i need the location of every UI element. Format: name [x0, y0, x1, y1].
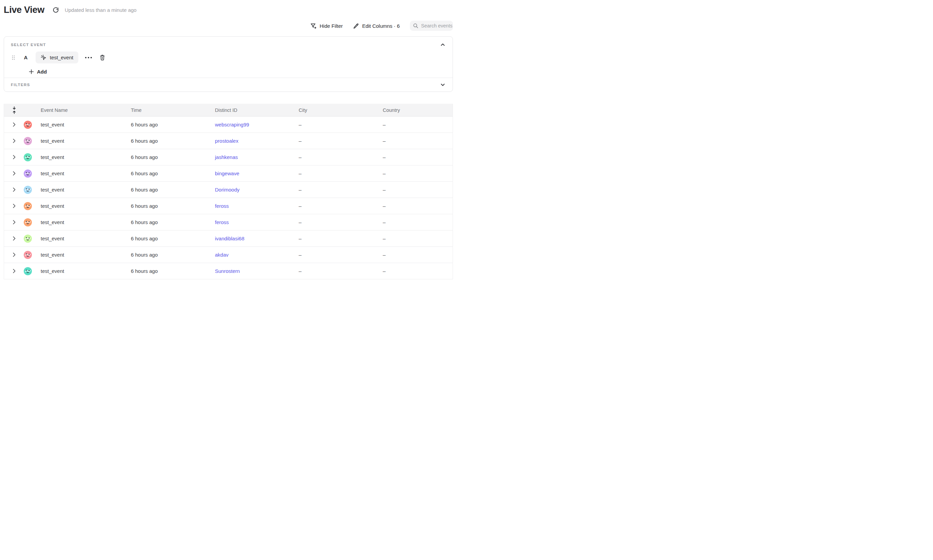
search-icon: [413, 23, 418, 28]
avatar: [20, 267, 35, 275]
expand-row-button[interactable]: [4, 188, 20, 192]
delete-event-button[interactable]: [99, 54, 105, 61]
column-header: Country: [377, 108, 453, 113]
city-cell: –: [293, 171, 377, 176]
table-row[interactable]: test_event 6 hours ago akdav – –: [4, 247, 453, 263]
collapse-all-button[interactable]: [4, 106, 20, 114]
distinct-id-link[interactable]: akdav: [215, 252, 228, 258]
expand-row-button[interactable]: [4, 171, 20, 175]
city-cell: –: [293, 138, 377, 144]
pencil-icon: [353, 23, 359, 29]
refresh-button[interactable]: [52, 6, 60, 14]
table-row[interactable]: test_event 6 hours ago jashkenas – –: [4, 149, 453, 165]
country-cell: –: [377, 138, 453, 144]
filters-section: FILTERS: [4, 78, 453, 92]
event-name-cell: test_event: [35, 252, 125, 258]
add-label: Add: [37, 69, 47, 75]
page-title: Live View: [4, 5, 45, 15]
country-cell: –: [377, 203, 453, 209]
event-name-cell: test_event: [35, 187, 125, 192]
avatar: [20, 137, 35, 145]
distinct-id-link[interactable]: jashkenas: [215, 154, 238, 160]
search-events-input[interactable]: [421, 23, 452, 28]
city-cell: –: [293, 122, 377, 128]
time-cell: 6 hours ago: [125, 252, 209, 258]
distinct-id-link[interactable]: ivandiblasi68: [215, 235, 245, 242]
country-cell: –: [377, 219, 453, 225]
distinct-id-link[interactable]: webscraping99: [215, 122, 249, 128]
avatar: [20, 235, 35, 243]
distinct-id-link[interactable]: Dorimoody: [215, 187, 240, 192]
event-row-A: A test_event: [11, 52, 446, 63]
distinct-id-cell: Dorimoody: [209, 187, 293, 192]
time-cell: 6 hours ago: [125, 154, 209, 160]
distinct-id-link[interactable]: prostoalex: [215, 138, 238, 144]
toolbar: Hide Filter Edit Columns · 6: [310, 20, 453, 31]
distinct-id-cell: webscraping99: [209, 122, 293, 128]
collapse-section-button[interactable]: [440, 42, 446, 47]
table-row[interactable]: test_event 6 hours ago webscraping99 – –: [4, 117, 453, 133]
distinct-id-link[interactable]: bingewave: [215, 171, 239, 176]
events-table: Event NameTimeDistinct IDCityCountry tes…: [4, 104, 453, 279]
table-row[interactable]: test_event 6 hours ago Dorimoody – –: [4, 182, 453, 198]
time-cell: 6 hours ago: [125, 203, 209, 209]
expand-row-button[interactable]: [4, 122, 20, 127]
chevron-up-icon: [441, 43, 445, 46]
avatar: [20, 251, 35, 259]
city-cell: –: [293, 252, 377, 258]
table-row[interactable]: test_event 6 hours ago feross – –: [4, 214, 453, 231]
expand-row-button[interactable]: [4, 269, 20, 273]
distinct-id-link[interactable]: feross: [215, 219, 229, 225]
time-cell: 6 hours ago: [125, 187, 209, 192]
expand-row-button[interactable]: [4, 236, 20, 241]
time-cell: 6 hours ago: [125, 122, 209, 128]
expand-row-button[interactable]: [4, 138, 20, 143]
expand-row-button[interactable]: [4, 204, 20, 208]
trash-icon: [99, 54, 105, 61]
event-name-cell: test_event: [35, 203, 125, 209]
country-cell: –: [377, 122, 453, 128]
expand-row-button[interactable]: [4, 220, 20, 225]
distinct-id-cell: Sunrostern: [209, 268, 293, 274]
expand-filters-button[interactable]: [440, 82, 446, 87]
drag-handle[interactable]: [11, 55, 15, 60]
country-cell: –: [377, 235, 453, 242]
time-cell: 6 hours ago: [125, 235, 209, 242]
event-name-cell: test_event: [35, 268, 125, 274]
distinct-id-link[interactable]: feross: [215, 203, 229, 209]
hide-filter-button[interactable]: Hide Filter: [310, 23, 343, 29]
city-cell: –: [293, 219, 377, 225]
query-builder-card: SELECT EVENT A: [4, 36, 453, 92]
table-row[interactable]: test_event 6 hours ago feross – –: [4, 198, 453, 214]
country-cell: –: [377, 187, 453, 192]
table-row[interactable]: test_event 6 hours ago prostoalex – –: [4, 133, 453, 149]
city-cell: –: [293, 268, 377, 274]
event-row-letter: A: [23, 55, 28, 60]
table-body: test_event 6 hours ago webscraping99 – –…: [4, 117, 453, 279]
refresh-icon: [52, 7, 59, 13]
event-options-button[interactable]: [85, 57, 92, 58]
event-name-cell: test_event: [35, 154, 125, 160]
table-row[interactable]: test_event 6 hours ago ivandiblasi68 – –: [4, 231, 453, 247]
expand-row-button[interactable]: [4, 252, 20, 257]
select-event-section: SELECT EVENT A: [4, 37, 453, 78]
select-event-label: SELECT EVENT: [11, 43, 46, 47]
country-cell: –: [377, 154, 453, 160]
time-cell: 6 hours ago: [125, 171, 209, 176]
edit-columns-button[interactable]: Edit Columns · 6: [353, 23, 400, 29]
search-events-box[interactable]: [410, 21, 453, 31]
add-event-button[interactable]: Add: [29, 69, 47, 75]
distinct-id-link[interactable]: Sunrostern: [215, 268, 240, 274]
country-cell: –: [377, 268, 453, 274]
city-cell: –: [293, 154, 377, 160]
distinct-id-cell: akdav: [209, 252, 293, 258]
event-select-chip[interactable]: test_event: [35, 52, 78, 63]
table-row[interactable]: test_event 6 hours ago bingewave – –: [4, 165, 453, 182]
expand-row-button[interactable]: [4, 155, 20, 159]
chevron-right-icon: [13, 204, 15, 208]
event-name-cell: test_event: [35, 138, 125, 144]
country-cell: –: [377, 171, 453, 176]
distinct-id-cell: prostoalex: [209, 138, 293, 144]
city-cell: –: [293, 235, 377, 242]
table-row[interactable]: test_event 6 hours ago Sunrostern – –: [4, 263, 453, 279]
